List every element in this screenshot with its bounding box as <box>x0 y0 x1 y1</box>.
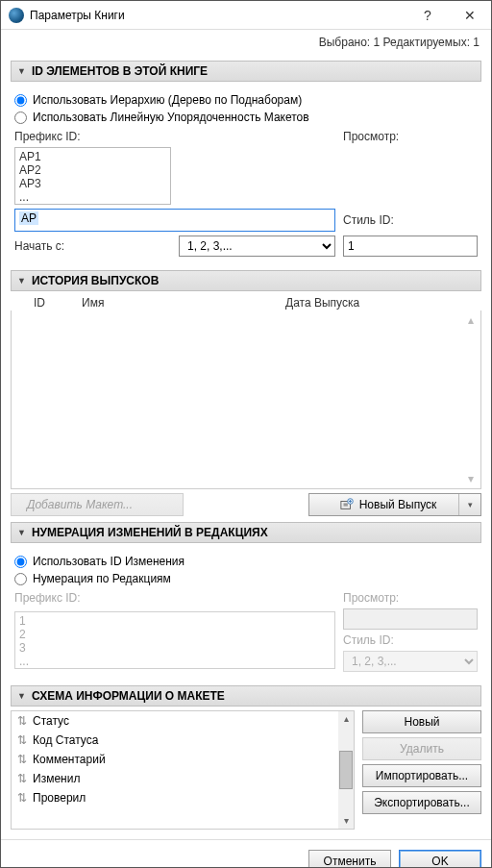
radio-hierarchy-label[interactable]: Использовать Иерархию (Дерево по Поднабо… <box>33 93 302 107</box>
export-button[interactable]: Экспортировать... <box>362 791 481 814</box>
list-item-label: Код Статуса <box>33 733 98 747</box>
num-prefix-label: Префикс ID: <box>14 591 335 605</box>
radio-linear-label[interactable]: Использовать Линейную Упорядоченность Ма… <box>33 111 309 124</box>
start-input[interactable] <box>343 236 478 257</box>
col-id: ID <box>34 296 82 310</box>
section-id-elements-header[interactable]: ▼ ID ЭЛЕМЕНТОВ В ЭТОЙ КНИГЕ <box>11 61 481 82</box>
prefix-label: Префикс ID: <box>14 130 335 143</box>
radio-by-revision-label[interactable]: Нумерация по Редакциям <box>33 572 171 585</box>
chevron-down-icon: ▼ <box>17 691 26 701</box>
cancel-button[interactable]: Отменить <box>308 850 391 868</box>
grip-icon[interactable]: ⇅ <box>17 792 27 804</box>
section-history-header[interactable]: ▼ ИСТОРИЯ ВЫПУСКОВ <box>11 270 481 291</box>
schema-list[interactable]: ⇅Статус ⇅Код Статуса ⇅Комментарий ⇅Измен… <box>11 710 355 830</box>
section-schema-header[interactable]: ▼ СХЕМА ИНФОРМАЦИИ О МАКЕТЕ <box>11 685 481 707</box>
num-prefix-input <box>343 608 478 630</box>
section-id-elements-title: ID ЭЛЕМЕНТОВ В ЭТОЙ КНИГЕ <box>32 64 208 78</box>
prefix-value: АР <box>19 211 38 225</box>
grip-icon[interactable]: ⇅ <box>17 715 27 727</box>
style-select[interactable]: 1, 2, 3,... <box>179 236 335 257</box>
radio-by-revision[interactable] <box>14 573 27 585</box>
scrollbar[interactable]: ▴ ▾ <box>338 711 354 829</box>
list-item-label: Комментарий <box>33 753 106 766</box>
help-button[interactable]: ? <box>406 1 449 30</box>
chevron-down-icon: ▼ <box>17 66 26 76</box>
style-label: Стиль ID: <box>343 213 478 227</box>
preview-item: ... <box>19 190 166 204</box>
list-item[interactable]: ⇅Комментарий <box>12 750 354 769</box>
grip-icon[interactable]: ⇅ <box>17 773 27 784</box>
preview-item: 2 <box>19 628 331 641</box>
list-item-label: Статус <box>33 714 69 728</box>
new-issue-button[interactable]: Новый Выпуск <box>308 493 481 516</box>
preview-box: АР1 АР2 АР3 ... <box>14 147 171 205</box>
add-layout-button: Добавить Макет... <box>11 493 184 516</box>
import-button[interactable]: Импортировать... <box>362 764 481 787</box>
num-style-label: Стиль ID: <box>343 633 478 647</box>
preview-item: 1 <box>19 614 331 628</box>
scroll-up-icon[interactable]: ▴ <box>344 711 349 727</box>
scroll-up-icon[interactable]: ▴ <box>463 312 479 328</box>
chevron-down-icon: ▼ <box>17 276 26 285</box>
num-style-select: 1, 2, 3,... <box>343 651 478 672</box>
prefix-input[interactable]: АР <box>14 209 335 232</box>
list-item-label: Изменил <box>33 772 80 785</box>
new-issue-icon <box>340 498 354 511</box>
section-schema-title: СХЕМА ИНФОРМАЦИИ О МАКЕТЕ <box>32 689 225 703</box>
radio-hierarchy[interactable] <box>14 94 27 107</box>
preview-item: ... <box>19 655 331 668</box>
list-item[interactable]: ⇅Код Статуса <box>12 731 354 750</box>
list-item[interactable]: ⇅Статус <box>12 711 354 731</box>
preview-item: АР2 <box>19 163 166 177</box>
preview-label: Просмотр: <box>343 130 478 143</box>
start-label: Начать с: <box>14 239 171 253</box>
selection-status: Выбрано: 1 Редактируемых: 1 <box>1 30 491 55</box>
ok-button[interactable]: OK <box>399 850 481 868</box>
grip-icon[interactable]: ⇅ <box>17 734 27 746</box>
delete-field-button: Удалить <box>362 737 481 760</box>
list-item[interactable]: ⇅Проверил <box>12 788 354 807</box>
radio-use-change-id-label[interactable]: Использовать ID Изменения <box>33 555 184 568</box>
scroll-down-icon[interactable]: ▾ <box>463 471 479 486</box>
radio-use-change-id[interactable] <box>14 556 27 568</box>
preview-item: 3 <box>19 641 331 655</box>
window-title: Параметры Книги <box>30 9 406 22</box>
col-date: Дата Выпуска <box>285 296 439 310</box>
num-preview-box: 1 2 3 ... <box>14 611 335 669</box>
grip-icon[interactable]: ⇅ <box>17 754 27 765</box>
section-numbering-header[interactable]: ▼ НУМЕРАЦИЯ ИЗМЕНЕНИЙ В РЕДАКЦИЯХ <box>11 522 481 543</box>
new-field-button[interactable]: Новый <box>362 710 481 733</box>
scroll-down-icon[interactable]: ▾ <box>344 813 349 829</box>
preview-item: АР1 <box>19 150 166 163</box>
chevron-down-icon: ▼ <box>17 528 26 537</box>
scroll-thumb[interactable] <box>339 751 353 789</box>
radio-linear[interactable] <box>14 112 27 124</box>
history-table[interactable]: ▴ ▾ <box>11 310 481 489</box>
list-item[interactable]: ⇅Изменил <box>12 769 354 788</box>
new-issue-label: Новый Выпуск <box>359 498 437 511</box>
section-history-title: ИСТОРИЯ ВЫПУСКОВ <box>32 274 159 287</box>
col-name: Имя <box>82 296 285 310</box>
section-numbering-title: НУМЕРАЦИЯ ИЗМЕНЕНИЙ В РЕДАКЦИЯХ <box>32 526 268 539</box>
num-preview-label: Просмотр: <box>343 591 478 605</box>
app-icon <box>9 8 24 23</box>
preview-item: АР3 <box>19 177 166 190</box>
list-item-label: Проверил <box>33 791 86 805</box>
close-button[interactable]: ✕ <box>449 1 491 30</box>
